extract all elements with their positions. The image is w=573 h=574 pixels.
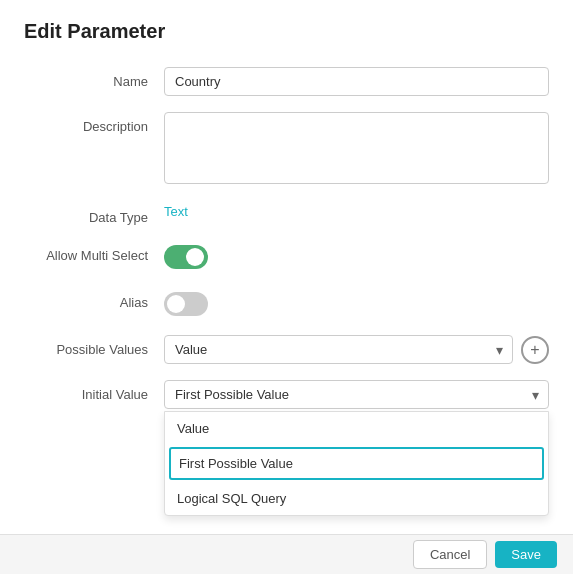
allow-multi-select-toggle[interactable] <box>164 245 208 269</box>
dropdown-item-first-possible-value[interactable]: First Possible Value <box>169 447 544 480</box>
initial-value-label: Initial Value <box>24 380 164 402</box>
possible-values-select-wrap: Value List SQL Query ▾ <box>164 335 513 364</box>
alias-slider <box>164 292 208 316</box>
possible-values-select[interactable]: Value List SQL Query <box>164 335 513 364</box>
save-button[interactable]: Save <box>495 541 557 568</box>
alias-wrap <box>164 288 549 319</box>
add-possible-value-button[interactable]: + <box>521 336 549 364</box>
page-title: Edit Parameter <box>24 20 549 43</box>
data-type-row: Data Type Text <box>24 203 549 225</box>
edit-parameter-form: Edit Parameter Name Description Data Typ… <box>0 0 573 445</box>
description-label: Description <box>24 112 164 134</box>
description-input[interactable] <box>164 112 549 184</box>
initial-value-select-wrap: Value First Possible Value Logical SQL Q… <box>164 380 549 409</box>
name-label: Name <box>24 67 164 89</box>
data-type-label: Data Type <box>24 203 164 225</box>
possible-values-control: Value List SQL Query ▾ + <box>164 335 549 364</box>
possible-values-wrap: Value List SQL Query ▾ + <box>164 335 549 364</box>
alias-label: Alias <box>24 288 164 310</box>
data-type-wrap: Text <box>164 203 549 219</box>
name-row: Name <box>24 67 549 96</box>
initial-value-wrap: Value First Possible Value Logical SQL Q… <box>164 380 549 409</box>
dropdown-item-value[interactable]: Value <box>165 412 548 445</box>
allow-multi-select-wrap <box>164 241 549 272</box>
initial-value-row: Initial Value Value First Possible Value… <box>24 380 549 409</box>
initial-value-select[interactable]: Value First Possible Value Logical SQL Q… <box>164 380 549 409</box>
alias-toggle[interactable] <box>164 292 208 316</box>
bottom-bar: Cancel Save <box>0 534 573 574</box>
allow-multi-select-slider <box>164 245 208 269</box>
alias-row: Alias <box>24 288 549 319</box>
add-icon: + <box>530 341 539 359</box>
allow-multi-select-label: Allow Multi Select <box>24 241 164 263</box>
initial-value-dropdown-popup: Value First Possible Value Logical SQL Q… <box>164 411 549 516</box>
description-field-wrap <box>164 112 549 187</box>
cancel-button[interactable]: Cancel <box>413 540 487 569</box>
description-row: Description <box>24 112 549 187</box>
allow-multi-select-row: Allow Multi Select <box>24 241 549 272</box>
data-type-value[interactable]: Text <box>164 197 188 219</box>
dropdown-item-logical-sql[interactable]: Logical SQL Query <box>165 482 548 515</box>
name-field-wrap <box>164 67 549 96</box>
possible-values-label: Possible Values <box>24 335 164 357</box>
possible-values-row: Possible Values Value List SQL Query ▾ + <box>24 335 549 364</box>
name-input[interactable] <box>164 67 549 96</box>
